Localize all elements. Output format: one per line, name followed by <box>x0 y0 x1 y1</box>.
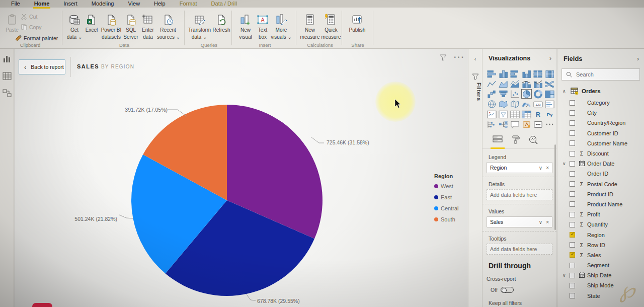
filters-expand-icon[interactable]: ‹ <box>468 56 482 62</box>
new-measure-button[interactable]: Newmeasure <box>299 12 321 40</box>
field-row-country-region[interactable]: Country/Region <box>557 118 644 128</box>
visual-type-r-script-icon[interactable]: R <box>533 109 543 119</box>
field-well-tooltips[interactable]: Add data fields here <box>487 244 552 255</box>
transform-data-button[interactable]: Transformdata ⌄ <box>188 12 210 40</box>
field-checkbox[interactable] <box>570 100 575 106</box>
visual-type-gauge-icon[interactable] <box>521 99 532 109</box>
field-row-postal-code[interactable]: ΣPostal Code <box>557 179 644 189</box>
field-checkbox[interactable] <box>570 120 575 126</box>
visual-type-dot-plot-icon[interactable] <box>487 119 497 129</box>
field-row-discount[interactable]: ΣDiscount <box>557 148 644 159</box>
field-checkbox[interactable] <box>570 222 575 227</box>
field-row-category[interactable]: Category <box>557 98 644 108</box>
visual-type-line-clustered-column-icon[interactable] <box>533 79 543 89</box>
visual-type-100-stacked-bar-icon[interactable] <box>533 69 543 79</box>
legend-item-south[interactable]: South <box>434 216 458 222</box>
tab-format[interactable] <box>512 135 520 146</box>
format-painter-button[interactable]: Format painter <box>15 35 58 41</box>
field-row-profit[interactable]: ΣProfit <box>557 209 644 219</box>
visual-type-python-icon[interactable]: Py <box>544 109 555 119</box>
field-checkbox[interactable] <box>570 110 575 116</box>
menu-item-modeling[interactable]: Modeling <box>85 0 121 8</box>
pbi-datasets-button[interactable]: Power BIdatasets <box>100 12 122 40</box>
visual-type-slicer-icon[interactable] <box>498 109 509 119</box>
expand-chevron-icon[interactable]: ∨ <box>562 273 570 278</box>
collapse-chevron-icon[interactable]: ∧ <box>562 89 568 94</box>
field-row-city[interactable]: City <box>557 108 644 118</box>
visual-type-more-options-icon[interactable] <box>544 119 555 129</box>
visual-type-line-icon[interactable] <box>487 79 497 89</box>
visual-type-pie-icon[interactable] <box>521 89 532 99</box>
quick-measure-button[interactable]: Quickmeasure <box>320 12 342 40</box>
visual-type-100-stacked-column-icon[interactable] <box>544 69 555 79</box>
recent-sources-button[interactable]: Recentsources ⌄ <box>157 12 179 40</box>
chevron-down-icon[interactable]: ∨ <box>539 219 542 225</box>
field-checkbox[interactable] <box>570 161 575 167</box>
legend-item-west[interactable]: West <box>434 183 458 189</box>
legend-item-east[interactable]: East <box>434 194 458 200</box>
report-view-button[interactable] <box>2 54 12 64</box>
field-checkbox[interactable] <box>570 252 575 258</box>
enter-data-button[interactable]: Enterdata <box>137 12 159 40</box>
field-checkbox[interactable] <box>570 293 575 298</box>
tab-analytics[interactable] <box>529 135 538 146</box>
field-row-order-date[interactable]: ∨Order Date <box>557 159 644 169</box>
field-checkbox[interactable] <box>570 283 575 288</box>
visual-type-qna-icon[interactable] <box>510 119 520 129</box>
visual-type-donut-icon[interactable] <box>533 89 543 99</box>
visual-type-filled-map-icon[interactable] <box>498 99 509 109</box>
remove-field-icon[interactable]: × <box>546 165 549 171</box>
menu-item-data-drill[interactable]: Data / Drill <box>204 0 244 8</box>
model-view-button[interactable] <box>2 88 12 98</box>
publish-button[interactable]: Publish <box>346 12 368 33</box>
filters-funnel-icon[interactable] <box>472 73 479 80</box>
field-checkbox[interactable] <box>570 140 575 146</box>
field-well-legend[interactable]: Region∨× <box>487 162 552 173</box>
chevron-down-icon[interactable]: ∨ <box>539 165 542 171</box>
field-row-region[interactable]: Region <box>557 229 644 240</box>
menu-item-help[interactable]: Help <box>147 0 173 8</box>
visual-type-shape-map-icon[interactable] <box>510 99 520 109</box>
field-row-segment[interactable]: Segment <box>557 260 644 270</box>
visual-type-power-apps-icon[interactable] <box>521 119 532 129</box>
visual-type-matrix-icon[interactable] <box>521 109 532 119</box>
field-row-order-id[interactable]: Order ID <box>557 169 644 179</box>
visual-type-scatter-icon[interactable] <box>510 89 520 99</box>
field-checkbox[interactable] <box>570 181 575 187</box>
paste-button[interactable]: Paste <box>1 12 23 33</box>
field-row-customer-id[interactable]: Customer ID <box>557 128 644 138</box>
visual-type-waterfall-icon[interactable] <box>487 89 497 99</box>
visualizations-collapse-icon[interactable]: › <box>549 55 551 62</box>
filters-pane-title[interactable]: Filters <box>468 83 482 101</box>
field-checkbox[interactable] <box>570 191 575 197</box>
field-well-details[interactable]: Add data fields here <box>487 189 552 200</box>
field-well-values[interactable]: Sales∨× <box>487 216 552 227</box>
legend-item-central[interactable]: Central <box>434 205 458 211</box>
field-checkbox[interactable] <box>570 130 575 136</box>
menu-item-format[interactable]: Format <box>173 0 204 8</box>
visual-type-kpi-icon[interactable] <box>487 109 497 119</box>
visual-type-stacked-column-icon[interactable] <box>498 69 509 79</box>
visual-type-map-icon[interactable] <box>487 99 497 109</box>
visual-type-multi-row-card-icon[interactable] <box>544 99 555 109</box>
field-row-product-id[interactable]: Product ID <box>557 189 644 199</box>
excel-button[interactable]: XExcel <box>80 12 103 33</box>
visual-type-stacked-bar-icon[interactable] <box>487 69 497 79</box>
fields-search[interactable] <box>561 68 640 81</box>
visual-type-decomposition-tree-icon[interactable] <box>498 119 509 129</box>
more-visuals-button[interactable]: Morevisuals ⌄ <box>270 12 292 40</box>
viz-pane-scrollbar[interactable] <box>554 144 556 230</box>
cross-report-toggle[interactable] <box>501 287 514 293</box>
field-checkbox[interactable] <box>570 242 575 248</box>
data-view-button[interactable] <box>2 71 12 81</box>
table-node-orders[interactable]: ∧ Orders <box>557 85 644 98</box>
visual-type-stacked-area-icon[interactable] <box>510 79 520 89</box>
field-checkbox[interactable] <box>570 232 575 238</box>
remove-field-icon[interactable]: × <box>546 219 549 225</box>
field-checkbox[interactable] <box>570 273 575 278</box>
cut-button[interactable]: Cut <box>21 14 37 20</box>
field-row-row-id[interactable]: ΣRow ID <box>557 240 644 250</box>
visual-type-ribbon-icon[interactable] <box>544 79 555 89</box>
field-checkbox[interactable] <box>570 263 575 268</box>
tab-fields[interactable] <box>493 135 503 146</box>
